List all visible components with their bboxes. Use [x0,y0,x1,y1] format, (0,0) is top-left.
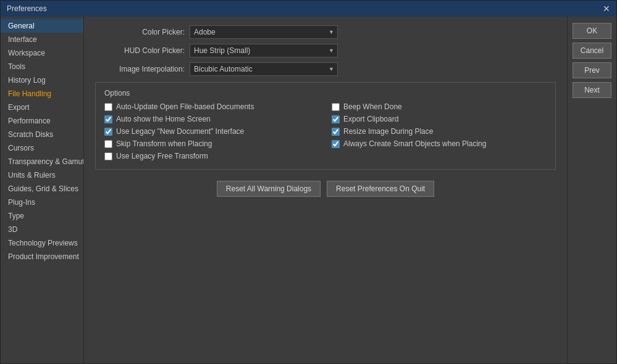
image-interpolation-select-wrapper: Bicubic Automatic Nearest Neighbor Bilin… [190,62,338,76]
sidebar-item-export[interactable]: Export [1,101,83,114]
sidebar-item-workspace[interactable]: Workspace [1,46,83,60]
options-title: Options [104,89,547,97]
image-interpolation-select[interactable]: Bicubic Automatic Nearest Neighbor Bilin… [190,62,338,76]
checkbox-beep-when-done[interactable]: Beep When Done [332,102,547,111]
checkbox-skip-transform-input[interactable] [104,140,112,148]
color-picker-select-wrapper: Adobe Windows [190,25,338,39]
close-button[interactable]: ✕ [603,4,610,13]
checkbox-skip-transform[interactable]: Skip Transform when Placing [104,139,319,148]
checkbox-beep-when-done-input[interactable] [332,103,340,111]
sidebar-item-technology-previews[interactable]: Technology Previews [1,236,83,250]
next-button[interactable]: Next [573,82,611,98]
checkbox-export-clipboard-label: Export Clipboard [343,115,398,123]
color-picker-row: Color Picker: Adobe Windows [95,25,556,39]
checkbox-use-legacy-new-doc[interactable]: Use Legacy "New Document" Interface [104,127,319,136]
checkbox-always-create-smart-objects-label: Always Create Smart Objects when Placing [343,139,486,148]
checkbox-auto-update-input[interactable] [104,103,112,111]
title-bar: Preferences ✕ [1,1,616,17]
dialog-title: Preferences [7,4,47,13]
checkbox-beep-when-done-label: Beep When Done [343,102,402,111]
sidebar-item-tools[interactable]: Tools [1,60,83,73]
checkbox-use-legacy-free-transform-label: Use Legacy Free Transform [116,152,208,160]
sidebar-item-file-handling[interactable]: File Handling [1,87,83,101]
checkbox-use-legacy-free-transform-input[interactable] [104,152,112,160]
hud-color-picker-label: HUD Color Picker: [95,46,185,55]
image-interpolation-row: Image Interpolation: Bicubic Automatic N… [95,62,556,76]
checkbox-auto-update-label: Auto-Update Open File-based Documents [116,102,254,111]
sidebar-item-3d[interactable]: 3D [1,223,83,236]
hud-color-picker-select[interactable]: Hue Strip (Small) Hue Strip (Medium) Hue… [190,44,338,57]
hud-color-picker-select-wrapper: Hue Strip (Small) Hue Strip (Medium) Hue… [190,44,338,57]
checkbox-always-create-smart-objects-input[interactable] [332,140,340,148]
options-grid: Auto-Update Open File-based Documents Au… [104,102,547,160]
sidebar-item-transparency-gamut[interactable]: Transparency & Gamut [1,155,83,168]
color-picker-label: Color Picker: [95,28,185,36]
checkbox-auto-show-home[interactable]: Auto show the Home Screen [104,115,319,123]
bottom-buttons-row: Reset All Warning Dialogs Reset Preferen… [95,181,556,197]
prev-button[interactable]: Prev [573,62,611,78]
sidebar-item-history-log[interactable]: History Log [1,73,83,87]
reset-preferences-on-quit-button[interactable]: Reset Preferences On Quit [327,181,434,197]
hud-color-picker-row: HUD Color Picker: Hue Strip (Small) Hue … [95,44,556,57]
sidebar-item-scratch-disks[interactable]: Scratch Disks [1,128,83,141]
sidebar-item-interface[interactable]: Interface [1,33,83,46]
preferences-dialog: Preferences ✕ General Interface Workspac… [0,0,617,364]
checkbox-use-legacy-free-transform[interactable]: Use Legacy Free Transform [104,152,319,160]
options-group: Options Auto-Update Open File-based Docu… [95,82,556,170]
ok-button[interactable]: OK [573,23,611,39]
action-buttons: OK Cancel Prev Next [567,17,616,363]
dialog-body: General Interface Workspace Tools Histor… [1,17,616,363]
checkbox-auto-show-home-label: Auto show the Home Screen [116,115,211,123]
sidebar-item-cursors[interactable]: Cursors [1,141,83,155]
checkbox-export-clipboard-input[interactable] [332,115,340,123]
checkbox-rows-col0: Auto-Update Open File-based Documents Au… [104,102,319,160]
cancel-button[interactable]: Cancel [573,43,611,59]
checkbox-resize-image-during-place[interactable]: Resize Image During Place [332,127,547,136]
checkbox-resize-image-during-place-input[interactable] [332,128,340,136]
checkbox-resize-image-during-place-label: Resize Image During Place [343,127,433,136]
sidebar-item-product-improvement[interactable]: Product Improvement [1,250,83,263]
reset-warning-dialogs-button[interactable]: Reset All Warning Dialogs [217,181,321,197]
sidebar-item-units-rulers[interactable]: Units & Rulers [1,168,83,182]
sidebar: General Interface Workspace Tools Histor… [1,17,84,363]
checkbox-use-legacy-new-doc-input[interactable] [104,128,112,136]
checkbox-rows-col1: Beep When Done Export Clipboard Resize I… [332,102,547,160]
image-interpolation-label: Image Interpolation: [95,65,185,73]
checkbox-use-legacy-new-doc-label: Use Legacy "New Document" Interface [116,127,244,136]
color-picker-select[interactable]: Adobe Windows [190,25,338,39]
sidebar-item-guides-grid-slices[interactable]: Guides, Grid & Slices [1,182,83,196]
checkbox-auto-show-home-input[interactable] [104,115,112,123]
sidebar-item-performance[interactable]: Performance [1,114,83,128]
sidebar-item-plug-ins[interactable]: Plug-Ins [1,196,83,209]
checkbox-export-clipboard[interactable]: Export Clipboard [332,115,547,123]
checkbox-auto-update[interactable]: Auto-Update Open File-based Documents [104,102,319,111]
checkbox-skip-transform-label: Skip Transform when Placing [116,139,212,148]
main-content: Color Picker: Adobe Windows HUD Color Pi… [84,17,567,363]
sidebar-item-general[interactable]: General [1,19,83,33]
sidebar-item-type[interactable]: Type [1,209,83,223]
checkbox-always-create-smart-objects[interactable]: Always Create Smart Objects when Placing [332,139,547,148]
